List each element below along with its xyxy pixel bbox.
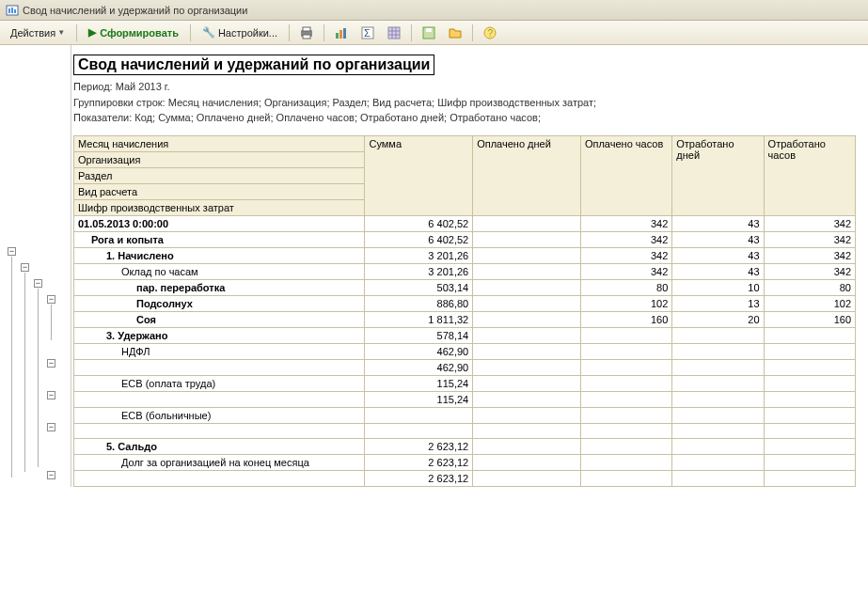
- cell: 578,14: [365, 327, 473, 343]
- open-button[interactable]: [443, 23, 467, 43]
- chart-button[interactable]: [329, 23, 354, 43]
- cell: [672, 327, 764, 343]
- form-button[interactable]: ▶ Сформировать: [82, 23, 185, 43]
- cell: [672, 343, 764, 359]
- cell: 342: [580, 263, 671, 279]
- table-row[interactable]: 3. Удержано578,14: [74, 327, 856, 343]
- tree-toggle[interactable]: −: [47, 471, 55, 479]
- cell: [473, 263, 581, 279]
- table-row[interactable]: Рога и копыта6 402,5234243342: [74, 231, 856, 247]
- row-label: Соя: [74, 311, 365, 327]
- cell: [473, 231, 581, 247]
- cell: 160: [580, 311, 671, 327]
- help-icon: ?: [482, 25, 497, 40]
- table-row[interactable]: 5. Сальдо2 623,12: [74, 438, 856, 454]
- tree-toggle[interactable]: −: [47, 295, 55, 304]
- hdr-section: Раздел: [74, 167, 365, 183]
- cell: [764, 375, 855, 391]
- tree-toggle[interactable]: −: [34, 279, 42, 288]
- save-icon: [421, 25, 436, 40]
- table-row[interactable]: ЕСВ (оплата труда)115,24: [74, 375, 856, 391]
- hdr-paid-days: Оплачено дней: [473, 135, 581, 215]
- cell: 342: [580, 231, 671, 247]
- cell: [764, 454, 855, 470]
- cell: 342: [764, 215, 855, 231]
- row-label: Оклад по часам: [74, 263, 365, 279]
- table-row[interactable]: Подсолнух886,8010213102: [74, 295, 856, 311]
- cell: [473, 423, 581, 438]
- grid-icon: [387, 25, 402, 40]
- cell: 160: [764, 311, 855, 327]
- cell: [580, 391, 671, 407]
- separator: [190, 24, 191, 41]
- grid-button[interactable]: [382, 23, 406, 43]
- indicators-line: Показатели: Код; Сумма; Оплачено дней; О…: [73, 110, 864, 126]
- report-title: Свод начислений и удержаний по организац…: [73, 55, 434, 75]
- cell: [580, 438, 671, 454]
- table-row[interactable]: 115,24: [74, 391, 856, 407]
- cell: [672, 423, 764, 438]
- cell: [365, 423, 473, 438]
- cell: 2 623,12: [365, 470, 473, 486]
- table-row[interactable]: пар. переработка503,14801080: [74, 279, 856, 295]
- cell: [473, 454, 581, 470]
- tree-toggle[interactable]: −: [47, 391, 55, 399]
- actions-label: Действия: [10, 27, 55, 39]
- cell: [473, 359, 581, 375]
- cell: [672, 454, 764, 470]
- report-table: Месяц начисления Сумма Оплачено дней Опл…: [73, 135, 856, 487]
- cell: [473, 407, 581, 423]
- hdr-org: Организация: [74, 151, 365, 167]
- settings-label: Настройки...: [218, 27, 277, 39]
- table-row[interactable]: ЕСВ (больничные): [74, 407, 856, 423]
- table-row[interactable]: НДФЛ462,90: [74, 343, 856, 359]
- table-row[interactable]: Оклад по часам3 201,2634243342: [74, 263, 856, 279]
- tree-line: [24, 273, 25, 472]
- row-label: Долг за организацией на конец месяца: [74, 454, 365, 470]
- cell: [580, 423, 671, 438]
- save-button[interactable]: [417, 23, 441, 43]
- cell: [473, 438, 581, 454]
- tree-line: [51, 305, 52, 340]
- report-icon: [6, 4, 19, 17]
- row-label: 5. Сальдо: [74, 438, 365, 454]
- cell: [672, 359, 764, 375]
- actions-menu[interactable]: Действия ▼: [4, 23, 71, 43]
- cell: [672, 470, 764, 486]
- cell: 886,80: [365, 295, 473, 311]
- cell: 6 402,52: [365, 231, 473, 247]
- tree-toggle[interactable]: −: [21, 263, 29, 272]
- separator: [76, 24, 77, 41]
- cell: [580, 407, 671, 423]
- period-line: Период: Май 2013 г.: [73, 79, 864, 95]
- row-label: ЕСВ (оплата труда): [74, 375, 365, 391]
- cell: [473, 391, 581, 407]
- print-button[interactable]: [294, 23, 319, 43]
- cell: [672, 407, 764, 423]
- sum-button[interactable]: Σ: [355, 23, 380, 43]
- table-row[interactable]: 1. Начислено3 201,2634243342: [74, 247, 856, 263]
- hdr-paid-hours: Оплачено часов: [580, 135, 671, 215]
- table-row[interactable]: Соя1 811,3216020160: [74, 311, 856, 327]
- help-button[interactable]: ?: [478, 23, 502, 43]
- cell: [764, 470, 855, 486]
- report-area[interactable]: − − − − − − − − Свод начислений и удержа…: [0, 45, 868, 595]
- tree-line: [11, 257, 12, 478]
- row-label: 1. Начислено: [74, 247, 365, 263]
- settings-button[interactable]: 🔧 Настройки...: [196, 23, 284, 43]
- separator: [324, 24, 324, 41]
- tree-toggle[interactable]: −: [47, 423, 55, 431]
- table-row[interactable]: 462,90: [74, 359, 856, 375]
- tree-toggle[interactable]: −: [47, 359, 55, 368]
- cell: 3 201,26: [365, 247, 473, 263]
- cell: [473, 327, 581, 343]
- table-row[interactable]: [74, 423, 856, 438]
- cell: [473, 247, 581, 263]
- row-label: Подсолнух: [74, 295, 365, 311]
- table-row[interactable]: Долг за организацией на конец месяца2 62…: [74, 454, 856, 470]
- tree-toggle[interactable]: −: [8, 247, 16, 256]
- table-row[interactable]: 2 623,12: [74, 470, 856, 486]
- cell: 3 201,26: [365, 263, 473, 279]
- table-row[interactable]: 01.05.2013 0:00:006 402,5234243342: [74, 215, 856, 231]
- cell: [764, 407, 855, 423]
